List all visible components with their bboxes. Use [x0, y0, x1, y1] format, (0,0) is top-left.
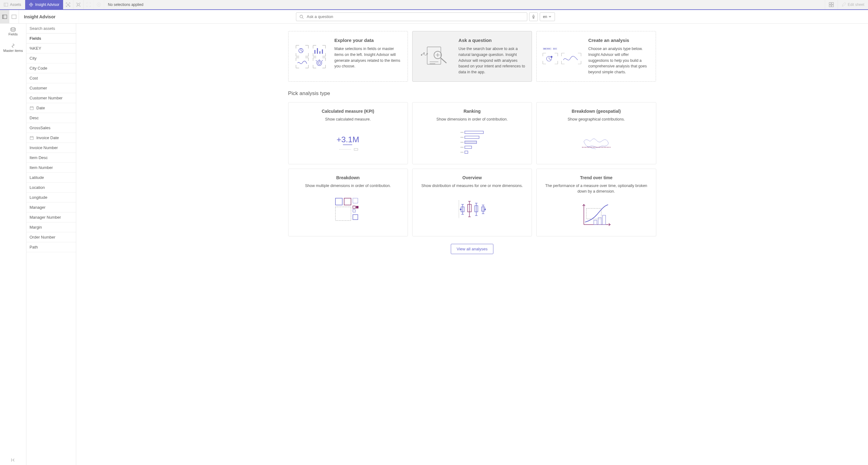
analysis-icon	[456, 195, 488, 225]
view-all-analyses-button[interactable]: View all analyses	[451, 244, 493, 254]
svg-line-42	[441, 58, 446, 63]
analysis-icon	[332, 195, 364, 225]
svg-text:+3.1M: +3.1M	[337, 135, 360, 144]
language-select[interactable]: en	[540, 12, 555, 21]
analysis-icon	[581, 128, 612, 158]
analysis-card[interactable]: Trend over timeThe performance of a meas…	[536, 169, 656, 236]
intro-card[interactable]: Create an analysisChoose an analysis typ…	[536, 31, 656, 82]
analysis-desc: The performance of a measure over time, …	[541, 183, 651, 194]
field-row[interactable]: Cost	[26, 73, 76, 83]
search-bar[interactable]	[296, 12, 527, 21]
insight-advisor-button[interactable]: Insight Advisor	[25, 0, 63, 9]
svg-rect-0	[4, 3, 8, 6]
svg-point-17	[300, 15, 303, 18]
svg-point-31	[318, 62, 320, 64]
field-row[interactable]: %KEY	[26, 43, 76, 54]
svg-point-95	[484, 209, 486, 210]
calendar-icon	[30, 106, 34, 110]
svg-line-5	[69, 5, 69, 6]
svg-rect-74	[356, 206, 359, 208]
mic-button[interactable]	[529, 12, 538, 21]
field-row[interactable]: City Code	[26, 63, 76, 73]
svg-rect-12	[829, 5, 831, 7]
chevron-down-icon	[549, 15, 552, 18]
field-row[interactable]: Manager Number	[26, 212, 76, 223]
analysis-icon	[458, 128, 486, 158]
svg-point-40	[427, 54, 428, 54]
smart-search-icon[interactable]	[63, 0, 73, 9]
analysis-desc: Show multiple dimensions in order of con…	[305, 183, 391, 189]
svg-point-3	[30, 4, 32, 5]
rail-fields-label: Fields	[8, 32, 18, 36]
svg-point-50	[554, 48, 554, 49]
field-row[interactable]: Invoice Date	[26, 133, 76, 143]
intro-card-desc: Use the search bar above to ask a natura…	[459, 46, 526, 75]
fields-panel: Fields %KEYCityCity CodeCostCustomerCust…	[26, 24, 76, 465]
analysis-card[interactable]: RankingShow dimensions in order of contr…	[412, 102, 532, 165]
field-row[interactable]: Invoice Number	[26, 143, 76, 153]
analysis-title: Trend over time	[580, 175, 613, 180]
intro-card[interactable]: Explore your dataMake selections in fiel…	[288, 31, 408, 82]
selections-tool-icon[interactable]	[73, 0, 84, 9]
analysis-card[interactable]: Calculated measure (KPI)Show calculated …	[288, 102, 408, 165]
field-label: City	[30, 56, 36, 61]
intro-card[interactable]: Ask a questionUse the search bar above t…	[412, 31, 532, 82]
field-row[interactable]: Date	[26, 103, 76, 113]
intro-card-icon	[418, 38, 453, 75]
field-label: Item Desc	[30, 155, 48, 160]
edit-sheet-button: Edit sheet	[838, 0, 868, 9]
svg-rect-72	[336, 207, 351, 221]
svg-rect-71	[353, 198, 358, 203]
field-label: Manager	[30, 205, 45, 210]
intro-card-title: Create an analysis	[588, 38, 650, 43]
content-area: Explore your dataMake selections in fiel…	[76, 24, 868, 465]
field-row[interactable]: Path	[26, 242, 76, 252]
panel-hide-icon[interactable]	[9, 10, 19, 23]
analysis-title: Breakdown	[336, 175, 360, 180]
svg-rect-57	[354, 148, 358, 150]
search-input[interactable]	[307, 14, 527, 19]
field-row[interactable]: City	[26, 54, 76, 63]
field-row[interactable]: Longitude	[26, 193, 76, 202]
field-row[interactable]: Latitude	[26, 173, 76, 182]
field-row[interactable]: Order Number	[26, 232, 76, 242]
field-row[interactable]: Item Desc	[26, 153, 76, 163]
svg-rect-70	[344, 198, 351, 205]
analysis-card[interactable]: BreakdownShow multiple dimensions in ord…	[288, 169, 408, 236]
sheet-nav-icon[interactable]	[825, 0, 838, 9]
analysis-card[interactable]: OverviewShow distribution of measures fo…	[412, 169, 532, 236]
step-back-icon	[84, 0, 94, 9]
intro-card-title: Explore your data	[335, 38, 402, 43]
analysis-icon	[581, 200, 612, 230]
fields-search-input[interactable]	[30, 26, 76, 31]
rail-fields[interactable]: Fields	[0, 24, 26, 40]
field-row[interactable]: Customer	[26, 83, 76, 93]
field-label: %KEY	[30, 46, 41, 51]
search-icon	[296, 14, 307, 19]
field-row[interactable]: Margin	[26, 223, 76, 232]
svg-line-34	[322, 60, 323, 61]
analysis-title: Overview	[462, 175, 482, 180]
field-row[interactable]: Location	[26, 182, 76, 193]
field-row[interactable]: GrossSales	[26, 123, 76, 133]
intro-card-desc: Choose an analysis type below. Insight A…	[588, 46, 650, 75]
svg-rect-61	[465, 136, 479, 138]
field-row[interactable]: Desc	[26, 113, 76, 123]
field-row[interactable]: Customer Number	[26, 93, 76, 103]
analysis-icon: +3.1M	[332, 128, 364, 158]
assets-button[interactable]: Assets	[0, 0, 25, 9]
svg-point-48	[545, 48, 546, 49]
rail-master-items[interactable]: Master items	[0, 40, 26, 56]
svg-rect-10	[829, 2, 831, 4]
svg-point-53	[551, 56, 553, 58]
field-row[interactable]: Item Number	[26, 163, 76, 173]
analysis-desc: Show geographical contributions.	[568, 117, 625, 122]
analysis-card[interactable]: Breakdown (geospatial)Show geographical …	[536, 102, 656, 165]
panel-show-icon[interactable]	[0, 10, 9, 23]
svg-rect-101	[602, 215, 606, 225]
field-row[interactable]: Manager	[26, 202, 76, 212]
field-label: Customer	[30, 86, 47, 90]
svg-rect-16	[12, 15, 16, 19]
rail-collapse-icon[interactable]	[0, 458, 26, 463]
svg-line-18	[302, 18, 303, 19]
